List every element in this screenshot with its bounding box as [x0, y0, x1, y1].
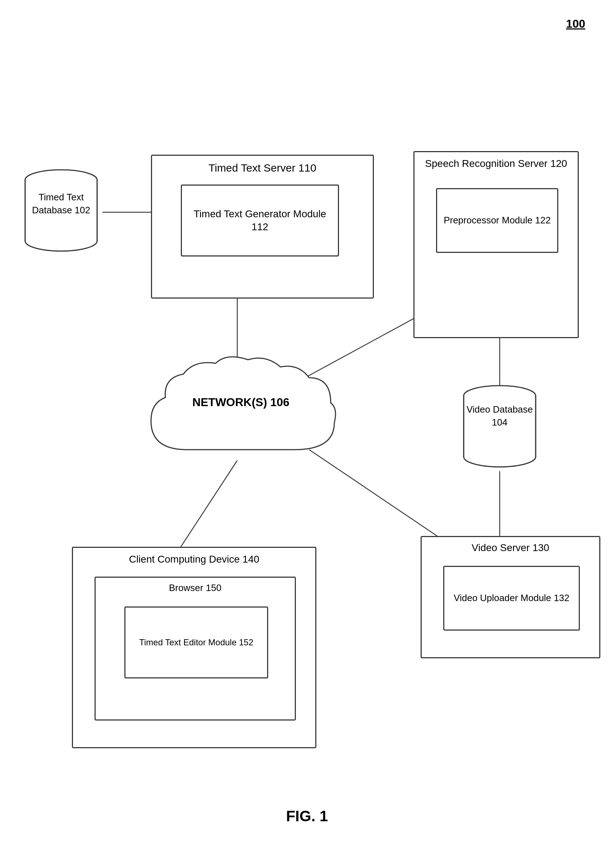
svg-line-2 [176, 460, 237, 554]
timed-text-server-box: Timed Text Server 110 Timed Text Generat… [151, 155, 374, 298]
figure-number-top: 100 [566, 17, 585, 31]
preprocessor-module-box: Preprocessor Module 122 [436, 188, 558, 253]
timed-text-generator-module-label: Timed Text Generator Module 112 [182, 204, 338, 238]
preprocessor-module-label: Preprocessor Module 122 [439, 211, 556, 230]
video-database-label: Video Database 104 [460, 403, 539, 429]
video-server-box: Video Server 130 Video Uploader Module 1… [420, 536, 600, 658]
network-cloud: NETWORK(S) 106 [129, 356, 352, 473]
timed-text-server-label: Timed Text Server 110 [152, 156, 373, 177]
speech-recognition-server-label: Speech Recognition Server 120 [414, 152, 578, 172]
browser-label: Browser 150 [96, 578, 295, 596]
client-computing-device-box: Client Computing Device 140 Browser 150 … [72, 547, 316, 748]
timed-text-generator-module-box: Timed Text Generator Module 112 [181, 185, 339, 256]
timed-text-database: Timed Text Database 102 [22, 166, 101, 261]
speech-recognition-server-box: Speech Recognition Server 120 Preprocess… [413, 151, 579, 338]
network-label: NETWORK(S) 106 [129, 396, 352, 409]
client-computing-device-label: Client Computing Device 140 [73, 548, 315, 568]
timed-text-editor-module-box: Timed Text Editor Module 152 [124, 607, 268, 679]
timed-text-database-label: Timed Text Database 102 [22, 191, 101, 217]
video-uploader-module-box: Video Uploader Module 132 [443, 566, 580, 630]
video-uploader-module-label: Video Uploader Module 132 [449, 589, 574, 608]
video-server-label: Video Server 130 [422, 537, 599, 556]
diagram-container: 100 Timed [0, 0, 614, 868]
figure-label: FIG. 1 [286, 807, 328, 825]
video-database: Video Database 104 [460, 381, 539, 476]
browser-box: Browser 150 Timed Text Editor Module 152 [95, 577, 296, 720]
timed-text-editor-module-label: Timed Text Editor Module 152 [134, 633, 259, 651]
